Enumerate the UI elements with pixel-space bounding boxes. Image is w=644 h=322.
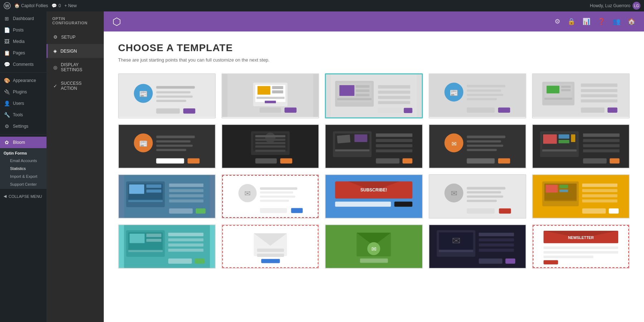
svg-text:📰: 📰 bbox=[139, 140, 148, 148]
header-lock-icon[interactable]: 🔒 bbox=[567, 18, 575, 25]
sidebar-label-media: Media bbox=[13, 39, 25, 44]
sidebar-item-posts[interactable]: 📄 Posts bbox=[0, 24, 47, 36]
template-card-9[interactable]: ✉ bbox=[429, 124, 526, 169]
svg-rect-88 bbox=[402, 158, 413, 164]
page-title: CHOOSE A TEMPLATE bbox=[118, 42, 630, 54]
sidebar-item-appearance[interactable]: 🎨 Appearance bbox=[0, 75, 47, 86]
template-card-18[interactable]: ✉ bbox=[325, 224, 423, 269]
svg-rect-14 bbox=[258, 86, 270, 95]
template-card-6[interactable]: 📰 bbox=[118, 124, 216, 169]
svg-text:NEWSLETTER: NEWSLETTER bbox=[568, 236, 594, 240]
submenu-statistics[interactable]: Statistics bbox=[0, 165, 47, 172]
svg-rect-61 bbox=[156, 140, 191, 142]
svg-rect-195 bbox=[479, 249, 514, 252]
svg-point-69 bbox=[265, 133, 275, 143]
header-help-icon[interactable]: ❓ bbox=[597, 18, 605, 25]
sidebar-label-comments: Comments bbox=[13, 62, 34, 67]
svg-rect-168 bbox=[128, 250, 163, 252]
submenu-support-center[interactable]: Support Center bbox=[0, 180, 47, 188]
svg-rect-51 bbox=[581, 83, 617, 87]
svg-rect-152 bbox=[546, 185, 558, 193]
svg-rect-33 bbox=[378, 108, 402, 113]
sidebar-item-plugins[interactable]: 🔌 Plugins bbox=[0, 86, 47, 98]
sidebar-item-tools[interactable]: 🔧 Tools bbox=[0, 109, 47, 121]
divider-2 bbox=[0, 134, 47, 135]
submenu-email-accounts[interactable]: Email Accounts bbox=[0, 157, 47, 165]
wp-sidebar: ⊞ Dashboard 📄 Posts 🖼 Media 📋 Pages 💬 Co… bbox=[0, 11, 47, 322]
plugin-sidebar-design[interactable]: ◈ DESIGN bbox=[47, 44, 104, 58]
sidebar-item-pages[interactable]: 📋 Pages bbox=[0, 47, 47, 59]
svg-rect-53 bbox=[581, 94, 617, 97]
template-card-4[interactable]: 📰 bbox=[429, 73, 526, 118]
sidebar-item-settings[interactable]: ⚙ Settings bbox=[0, 121, 47, 132]
success-action-label: SUCCESS ACTION bbox=[61, 81, 98, 91]
svg-rect-6 bbox=[156, 91, 191, 93]
svg-rect-204 bbox=[543, 256, 593, 258]
svg-rect-18 bbox=[265, 101, 276, 103]
template-card-19[interactable]: ✉ bbox=[429, 224, 526, 269]
sidebar-item-bloom[interactable]: ✿ Bloom bbox=[0, 137, 47, 148]
svg-rect-105 bbox=[542, 149, 576, 151]
plugins-icon: 🔌 bbox=[4, 89, 10, 95]
template-card-2[interactable] bbox=[221, 73, 319, 118]
site-name[interactable]: 🏠 Capitol Follies bbox=[14, 3, 48, 8]
svg-rect-62 bbox=[156, 145, 193, 147]
svg-rect-144 bbox=[467, 191, 501, 194]
template-card-10[interactable] bbox=[532, 124, 630, 169]
template-card-15[interactable] bbox=[532, 174, 630, 219]
svg-rect-102 bbox=[558, 134, 569, 138]
svg-rect-107 bbox=[583, 139, 619, 142]
svg-rect-178 bbox=[257, 249, 284, 252]
svg-rect-65 bbox=[187, 158, 200, 164]
template-preview-18: ✉ bbox=[326, 225, 422, 268]
template-card-5[interactable] bbox=[532, 73, 630, 118]
template-card-14[interactable]: ✉ bbox=[429, 174, 526, 219]
template-card-3[interactable] bbox=[325, 73, 423, 118]
svg-rect-70 bbox=[255, 135, 286, 137]
template-card-13[interactable]: SUBSCRIBE! bbox=[325, 174, 423, 219]
header-chart-icon[interactable]: 📊 bbox=[582, 18, 590, 25]
comments-icon: 💬 bbox=[4, 62, 10, 67]
avatar: LG bbox=[633, 2, 640, 10]
sidebar-item-users[interactable]: 👤 Users bbox=[0, 98, 47, 109]
new-item[interactable]: + New bbox=[64, 3, 77, 8]
svg-rect-74 bbox=[255, 150, 286, 152]
plugin-sidebar-setup[interactable]: ⚙ SETUP bbox=[47, 30, 104, 44]
template-card-1[interactable]: 📰 bbox=[118, 73, 216, 118]
template-card-16[interactable] bbox=[118, 224, 216, 269]
sidebar-item-media[interactable]: 🖼 Media bbox=[0, 36, 47, 47]
plugin-sidebar-display-settings[interactable]: ◎ DISPLAY SETTINGS bbox=[47, 58, 104, 77]
appearance-icon: 🎨 bbox=[4, 78, 10, 83]
header-settings-icon[interactable]: ⚙ bbox=[555, 18, 560, 25]
svg-rect-31 bbox=[378, 96, 410, 99]
header-users-icon[interactable]: 👥 bbox=[613, 18, 620, 25]
template-preview-5 bbox=[533, 74, 629, 117]
template-card-7[interactable] bbox=[221, 124, 319, 169]
template-preview-11 bbox=[119, 175, 215, 218]
comments-item[interactable]: 💬 0 bbox=[52, 3, 61, 8]
svg-rect-160 bbox=[582, 209, 606, 214]
svg-rect-143 bbox=[467, 187, 505, 190]
plugin-sidebar-success-action[interactable]: ✓ SUCCESS ACTION bbox=[47, 77, 104, 95]
submenu-import-export[interactable]: Import & Export bbox=[0, 172, 47, 180]
template-preview-8 bbox=[326, 125, 422, 168]
setup-icon: ⚙ bbox=[53, 34, 58, 40]
wp-logo-item[interactable]: W bbox=[4, 2, 11, 9]
svg-rect-147 bbox=[467, 209, 494, 214]
svg-rect-116 bbox=[146, 184, 161, 188]
template-card-11[interactable] bbox=[118, 174, 216, 219]
svg-rect-40 bbox=[467, 94, 503, 96]
display-settings-label: DISPLAY SETTINGS bbox=[61, 62, 98, 72]
header-home-icon[interactable]: 🏠 bbox=[628, 18, 635, 25]
collapse-menu-button[interactable]: ◀ COLLAPSE MENU bbox=[0, 190, 47, 202]
template-card-8[interactable] bbox=[325, 124, 423, 169]
svg-rect-106 bbox=[583, 133, 619, 137]
plugin-sidebar-header: OPTIN CONFIGURATION bbox=[47, 11, 104, 30]
template-card-12[interactable]: ✉ bbox=[221, 174, 319, 219]
svg-rect-154 bbox=[559, 190, 568, 192]
sidebar-item-comments[interactable]: 💬 Comments bbox=[0, 59, 47, 70]
template-card-20[interactable]: NEWSLETTER bbox=[532, 224, 630, 269]
sidebar-item-dashboard[interactable]: ⊞ Dashboard bbox=[0, 13, 47, 24]
svg-rect-155 bbox=[544, 199, 576, 201]
template-card-17[interactable] bbox=[221, 224, 319, 269]
